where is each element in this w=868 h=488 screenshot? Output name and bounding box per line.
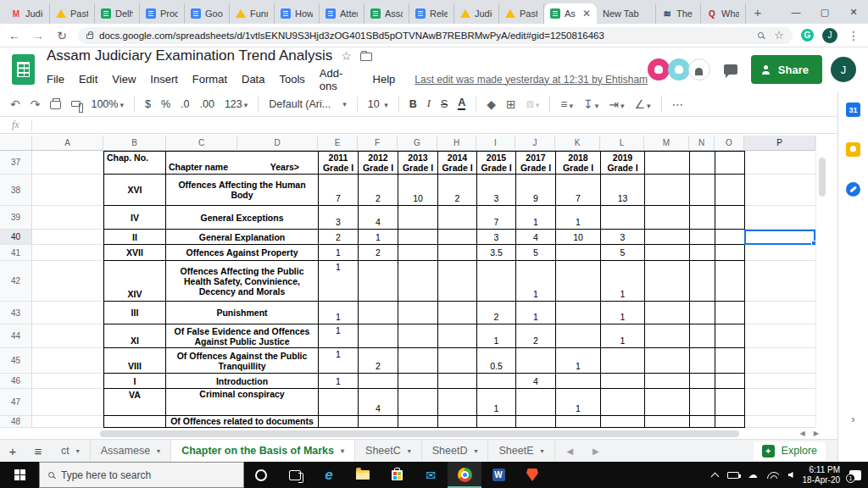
row-header-47[interactable]: 47 xyxy=(0,389,32,416)
fill-color-icon[interactable]: ◆ xyxy=(487,97,496,111)
value-cell[interactable] xyxy=(438,302,477,324)
year-header-2011[interactable]: 2011Grade I xyxy=(319,151,359,175)
value-cell[interactable] xyxy=(516,389,556,416)
maximize-button[interactable]: ▢ xyxy=(810,0,839,24)
grammarly-extension-icon[interactable]: G xyxy=(801,29,814,42)
bookmark-star-icon[interactable]: ☆ xyxy=(774,29,784,42)
value-cell[interactable]: 1 xyxy=(601,324,645,348)
browser-tab[interactable]: Past Y xyxy=(499,3,544,24)
horizontal-align-icon[interactable]: ≡▾ xyxy=(560,97,573,111)
text-rotation-icon[interactable]: ∠▾ xyxy=(634,97,650,111)
menu-tools[interactable]: Tools xyxy=(279,73,304,86)
browser-tab[interactable]: Assan xyxy=(364,3,409,24)
chapter-number-cell[interactable]: IV xyxy=(103,206,166,230)
year-header-2015[interactable]: 2015Grade I xyxy=(477,151,516,175)
viewer-avatar-2[interactable] xyxy=(668,58,690,80)
vertical-align-icon[interactable]: ↧▾ xyxy=(583,97,598,111)
sheet-tab-chapter-on-the-basis-of-marks[interactable]: Chapter on the Basis of Marks▾ xyxy=(171,440,355,463)
chapter-number-cell[interactable]: II xyxy=(103,230,166,245)
column-header-I[interactable]: I xyxy=(476,136,515,151)
column-header-H[interactable]: H xyxy=(437,136,476,151)
battery-icon[interactable] xyxy=(727,472,739,479)
cell-P48[interactable] xyxy=(745,416,815,428)
value-cell[interactable]: 10 xyxy=(556,230,601,245)
paint-format-icon[interactable] xyxy=(71,101,81,107)
value-cell[interactable] xyxy=(556,374,601,389)
value-cell[interactable]: 1 xyxy=(319,348,359,374)
cell-P46[interactable] xyxy=(745,374,815,389)
tab-close-icon[interactable]: ✕ xyxy=(581,8,591,19)
value-cell[interactable]: 9 xyxy=(516,175,556,206)
chapter-name-cell[interactable]: Offences Affecting the Human Body xyxy=(166,175,319,206)
sheet-tab-sheete[interactable]: SheetE▾ xyxy=(488,440,554,463)
column-header-E[interactable]: E xyxy=(318,136,358,151)
zoom-page-icon[interactable] xyxy=(758,32,764,38)
value-cell[interactable]: 13 xyxy=(601,175,645,206)
year-header-2017[interactable]: 2017Grade I xyxy=(516,151,556,175)
row-header-48[interactable]: 48 xyxy=(0,416,32,428)
year-header-2019[interactable]: 2019Grade I xyxy=(601,151,645,175)
chapter-number-cell[interactable]: XIV xyxy=(103,261,166,302)
value-cell[interactable] xyxy=(601,389,645,416)
value-cell[interactable]: 1 xyxy=(516,261,556,302)
sheet-tab-sheetd[interactable]: SheetD▾ xyxy=(422,440,489,463)
value-cell[interactable]: 4 xyxy=(516,374,556,389)
value-cell[interactable]: 4 xyxy=(516,230,556,245)
sheet-tab-menu-icon[interactable]: ▾ xyxy=(76,447,80,455)
cell-P47[interactable] xyxy=(745,389,815,416)
value-cell[interactable] xyxy=(477,416,516,428)
sheet-tab-menu-icon[interactable]: ▾ xyxy=(541,447,544,455)
more-tools-icon[interactable]: ⋯ xyxy=(672,97,684,111)
value-cell[interactable]: 2 xyxy=(359,348,398,374)
column-header-G[interactable]: G xyxy=(398,136,437,151)
sheet-tab-menu-icon[interactable]: ▾ xyxy=(408,447,411,455)
star-document-icon[interactable]: ☆ xyxy=(341,49,352,63)
sheet-tab-ct[interactable]: ct▾ xyxy=(51,440,91,463)
word-icon[interactable]: W xyxy=(481,462,515,488)
value-cell[interactable] xyxy=(601,348,645,374)
all-sheets-button[interactable]: ≡ xyxy=(25,444,51,458)
browser-tab[interactable]: Relev xyxy=(409,3,454,24)
font-size-select[interactable]: 10 ▾ xyxy=(368,98,388,110)
value-cell[interactable]: 1 xyxy=(516,302,556,324)
value-cell[interactable]: 7 xyxy=(477,206,516,230)
brave-icon[interactable] xyxy=(515,462,549,488)
sheet-tab-menu-icon[interactable]: ▾ xyxy=(341,447,344,455)
redo-icon[interactable]: ↷ xyxy=(31,97,41,111)
year-header-2012[interactable]: 2012Grade I xyxy=(359,151,398,175)
text-wrap-icon[interactable]: ⇥▾ xyxy=(609,97,624,111)
sheet-tab-assamese[interactable]: Assamese▾ xyxy=(91,440,171,463)
value-cell[interactable] xyxy=(398,245,438,261)
reload-icon[interactable]: ↻ xyxy=(54,29,70,42)
formula-bar[interactable]: fx xyxy=(0,117,868,134)
value-cell[interactable] xyxy=(516,416,556,428)
comment-history-icon[interactable] xyxy=(724,64,737,75)
chapter-name-cell[interactable]: Introduction xyxy=(166,374,319,389)
value-cell[interactable] xyxy=(398,324,438,348)
url-bar[interactable]: docs.google.com/spreadsheets/d/1vtlsEKNU… xyxy=(78,27,793,44)
browser-menu-icon[interactable]: ⋮ xyxy=(846,29,861,42)
cell-P43[interactable] xyxy=(745,302,815,324)
sheet-tab-menu-icon[interactable]: ▾ xyxy=(474,447,477,455)
value-cell[interactable] xyxy=(438,324,477,348)
chapter-number-cell[interactable]: XVII xyxy=(103,245,166,261)
chapter-number-cell[interactable] xyxy=(103,416,166,428)
row-header-37[interactable]: 37 xyxy=(0,151,32,175)
value-cell[interactable] xyxy=(556,261,601,302)
viewer-avatar-1[interactable] xyxy=(648,58,670,80)
chapter-number-cell[interactable]: I xyxy=(103,374,166,389)
menu-edit[interactable]: Edit xyxy=(79,73,97,86)
cell-P45[interactable] xyxy=(745,348,815,374)
cell-P39[interactable] xyxy=(745,206,815,230)
year-header-2014[interactable]: 2014Grade I xyxy=(438,151,477,175)
value-cell[interactable] xyxy=(601,416,645,428)
browser-tab[interactable]: QWhat xyxy=(701,3,746,24)
row-header-45[interactable]: 45 xyxy=(0,348,32,374)
tasks-icon[interactable] xyxy=(846,182,860,197)
cell-P44[interactable] xyxy=(745,324,815,348)
menu-data[interactable]: Data xyxy=(242,73,264,86)
undo-icon[interactable]: ↶ xyxy=(10,97,20,111)
column-header-D[interactable]: D xyxy=(237,136,318,151)
chapter-number-cell[interactable]: VA xyxy=(103,389,166,416)
value-cell[interactable]: 4 xyxy=(359,389,398,416)
